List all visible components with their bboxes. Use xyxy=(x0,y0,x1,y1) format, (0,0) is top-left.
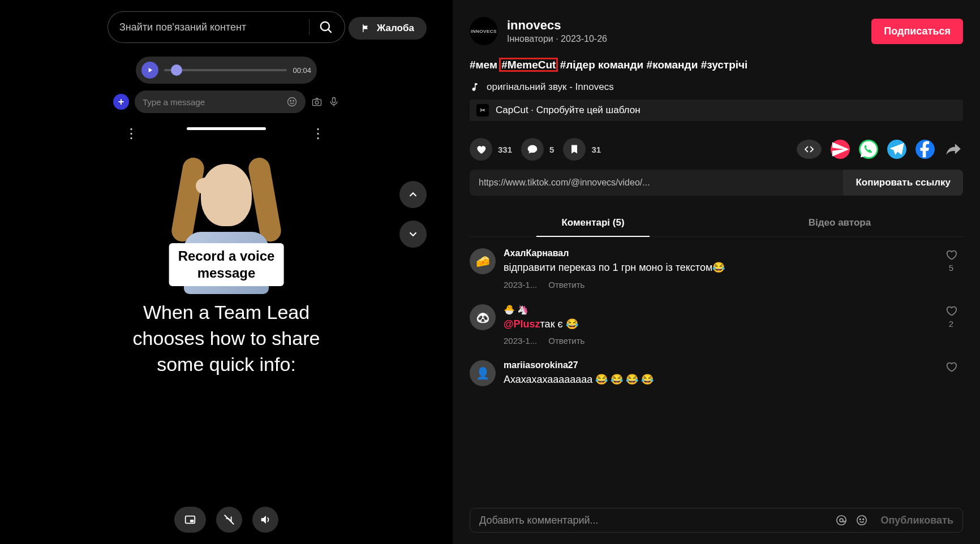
volume-button[interactable] xyxy=(252,507,278,533)
hashtag[interactable]: #MemeCut xyxy=(500,59,557,71)
audio-time: 00:04 xyxy=(293,66,311,75)
hashtag[interactable]: #зустрічі xyxy=(701,59,748,71)
svg-rect-7 xyxy=(333,98,336,103)
video-player[interactable]: 00:04 + Type a message ⋮⋮ Record a voice… xyxy=(102,0,351,544)
capcut-link[interactable]: ✂ CapCut · Спробуйте цей шаблон xyxy=(470,100,963,121)
svg-point-13 xyxy=(857,516,867,525)
forward-icon xyxy=(944,140,963,159)
mention[interactable]: @Plusz xyxy=(504,318,540,330)
audio-thumb[interactable] xyxy=(171,64,182,76)
hashtag-list: #мем #MemeCut #лідер команди #команди #з… xyxy=(470,57,963,74)
bookmark-icon xyxy=(569,144,580,155)
comment-author[interactable]: 🐣 🦄 xyxy=(504,304,931,315)
svg-point-3 xyxy=(290,101,291,102)
share-telegram-button[interactable] xyxy=(887,140,906,159)
comment-date: 2023-1... xyxy=(504,336,537,346)
share-url-row: https://www.tiktok.com/@innovecs/video/.… xyxy=(470,170,963,196)
author-row: INNOVECS innovecs Інноватори · 2023-10-2… xyxy=(470,17,963,45)
hashtag[interactable]: #команди xyxy=(647,59,698,71)
save-count: 31 xyxy=(591,145,601,154)
reply-button[interactable]: Ответить xyxy=(548,280,584,290)
hashtag[interactable]: #лідер команди xyxy=(560,59,644,71)
comment-date: 2023-1... xyxy=(504,280,537,290)
comment-meta: 2023-1...Ответить xyxy=(504,280,931,290)
audio-scrubber[interactable] xyxy=(164,69,287,71)
mock-message-bar: + Type a message xyxy=(113,90,339,113)
tab-author-videos[interactable]: Відео автора xyxy=(716,209,963,236)
share-whatsapp-button[interactable] xyxy=(859,140,878,159)
tabs: Коментарі (5) Відео автора xyxy=(470,209,963,237)
chevron-up-icon xyxy=(407,188,419,201)
miniplayer-button[interactable] xyxy=(174,507,206,533)
comment-author[interactable]: АхалКарнавал xyxy=(504,248,931,258)
mention-icon[interactable] xyxy=(835,514,848,526)
telegram-icon xyxy=(887,140,906,159)
svg-point-0 xyxy=(321,22,329,31)
avatar[interactable]: INNOVECS xyxy=(470,17,498,45)
search-input[interactable] xyxy=(119,21,300,33)
captions-button[interactable] xyxy=(216,507,242,533)
comment-like-count: 2 xyxy=(949,319,953,329)
comment-item: 🧀АхалКарнавалвідправити переказ по 1 грн… xyxy=(470,248,963,289)
comment-like-button[interactable]: 5 xyxy=(945,248,957,289)
player-controls xyxy=(174,507,278,533)
save-button[interactable] xyxy=(563,138,586,161)
username[interactable]: innovecs xyxy=(507,18,862,33)
flag-icon xyxy=(361,23,371,33)
embed-icon xyxy=(803,143,815,156)
capcut-icon: ✂ xyxy=(476,104,489,116)
comment-icon xyxy=(527,144,538,155)
search-icon[interactable] xyxy=(319,20,333,34)
comment-like-button[interactable] xyxy=(945,360,957,387)
message-placeholder: Type a message xyxy=(143,97,282,107)
comment-item: 🐼🐣 🦄@Pluszтак є 😂2023-1...Ответить2 xyxy=(470,304,963,346)
smile-icon xyxy=(286,96,298,107)
whatsapp-icon xyxy=(859,140,878,159)
comment-text: відправити переказ по 1 грн моно із текс… xyxy=(504,261,931,275)
svg-point-12 xyxy=(840,519,844,522)
comment-text: @Pluszтак є 😂 xyxy=(504,317,931,331)
embed-button[interactable] xyxy=(797,140,822,159)
comment-avatar[interactable]: 👤 xyxy=(470,360,496,386)
prev-video-button[interactable] xyxy=(399,181,427,208)
svg-point-2 xyxy=(288,98,296,106)
tab-comments[interactable]: Коментарі (5) xyxy=(470,209,716,236)
comment-avatar[interactable]: 🐼 xyxy=(470,304,496,330)
comment-like-button[interactable]: 2 xyxy=(945,304,957,346)
copy-link-button[interactable]: Копировать ссылку xyxy=(843,170,963,196)
comment-button[interactable] xyxy=(521,138,544,161)
svg-rect-5 xyxy=(313,100,321,106)
svg-point-6 xyxy=(315,101,319,104)
video-main-caption: When a Team Lead chooses how to share so… xyxy=(102,300,351,378)
capcut-label: CapCut · Спробуйте цей шаблон xyxy=(496,105,641,116)
miniplayer-icon xyxy=(184,513,196,526)
reply-button[interactable]: Ответить xyxy=(548,336,584,346)
svg-point-15 xyxy=(863,519,864,520)
next-video-button[interactable] xyxy=(399,221,427,248)
hashtag[interactable]: #мем xyxy=(470,59,497,71)
svg-point-11 xyxy=(837,516,846,525)
report-button[interactable]: Жалоба xyxy=(349,17,427,40)
subscribe-button[interactable]: Подписаться xyxy=(871,19,963,44)
comment-list[interactable]: 🧀АхалКарнавалвідправити переказ по 1 грн… xyxy=(470,237,963,500)
svg-rect-10 xyxy=(190,520,194,523)
music-label: оригінальний звук - Innovecs xyxy=(487,81,614,93)
plus-icon: + xyxy=(113,94,129,110)
emoji-icon[interactable] xyxy=(856,514,868,526)
publish-button[interactable]: Опубликовать xyxy=(880,515,953,526)
comment-author[interactable]: mariiasorokina27 xyxy=(504,360,931,370)
comment-avatar[interactable]: 🧀 xyxy=(470,248,496,274)
share-more-button[interactable] xyxy=(944,140,963,159)
heart-icon xyxy=(475,144,487,155)
share-send-button[interactable] xyxy=(831,140,850,159)
music-note-icon xyxy=(470,82,480,92)
comment-input[interactable] xyxy=(479,515,827,526)
music-link[interactable]: оригінальний звук - Innovecs xyxy=(470,81,963,93)
play-icon[interactable] xyxy=(141,62,158,79)
mock-message-input: Type a message xyxy=(135,90,306,113)
share-facebook-button[interactable] xyxy=(915,140,935,159)
camera-icon xyxy=(311,96,323,107)
like-button[interactable] xyxy=(470,138,492,161)
svg-point-4 xyxy=(293,101,294,102)
share-url-text[interactable]: https://www.tiktok.com/@innovecs/video/.… xyxy=(470,178,843,188)
